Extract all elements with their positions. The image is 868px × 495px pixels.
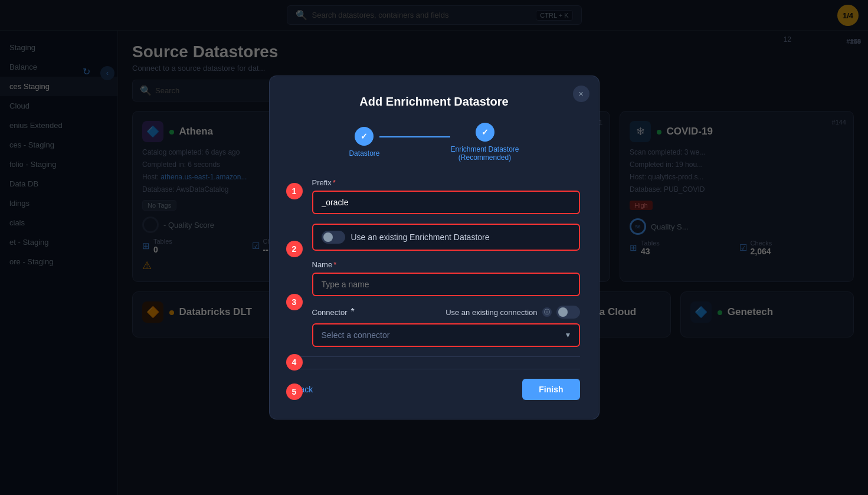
- toggle-label: Use an existing Enrichment Datastore: [351, 232, 490, 242]
- step-line: [379, 136, 450, 137]
- prefix-input[interactable]: [312, 191, 580, 214]
- toggle-knob: [323, 232, 333, 242]
- step-datastore: ✓ Datastore: [349, 127, 379, 158]
- use-existing-connection-toggle[interactable]: [556, 306, 580, 319]
- toggle-knob-small: [558, 307, 568, 317]
- name-form-group: Name*: [312, 260, 580, 296]
- use-existing-group: Use an existing connection ⓘ: [446, 306, 579, 319]
- finish-button[interactable]: Finish: [522, 379, 579, 400]
- stepper: ✓ Datastore ✓ Enrichment Datastore (Reco…: [289, 123, 580, 162]
- step-circle-1: ✓: [355, 127, 374, 146]
- use-existing-enrichment-toggle[interactable]: [322, 231, 345, 244]
- step-badge-2: 2: [286, 241, 303, 257]
- step-enrichment: ✓ Enrichment Datastore (Recommended): [450, 123, 519, 162]
- modal-divider: [289, 356, 580, 357]
- modal-title: Add Enrichment Datastore: [289, 95, 580, 109]
- use-existing-label: Use an existing connection: [446, 308, 537, 317]
- connector-select[interactable]: Select a connector: [313, 324, 579, 346]
- connector-select-wrapper[interactable]: Select a connector ▼: [312, 323, 580, 347]
- connector-label-row: Connector * Use an existing connection ⓘ: [312, 306, 580, 319]
- step-label-1: Datastore: [349, 149, 379, 158]
- add-enrichment-datastore-modal: × Add Enrichment Datastore ✓ Datastore ✓…: [269, 76, 600, 419]
- connector-label: Connector: [312, 308, 348, 317]
- modal-close-button[interactable]: ×: [573, 86, 589, 102]
- step-badge-4: 4: [286, 354, 303, 371]
- info-icon: ⓘ: [542, 307, 552, 317]
- modal-overlay: × Add Enrichment Datastore ✓ Datastore ✓…: [0, 0, 868, 495]
- step-badge-5: 5: [286, 383, 303, 400]
- step-badge-1: 1: [286, 183, 303, 199]
- modal-footer: ‹ Back Finish: [289, 369, 580, 400]
- prefix-label: Prefix*: [312, 178, 580, 187]
- step-circle-2: ✓: [476, 123, 494, 142]
- prefix-form-group: Prefix*: [312, 178, 580, 214]
- connector-label-group: Connector *: [312, 307, 355, 317]
- name-input[interactable]: [312, 273, 580, 296]
- connector-required: *: [351, 307, 354, 317]
- form-container: 1 Prefix* 2 Use an existing Enrichment D…: [289, 178, 580, 347]
- use-existing-enrichment-toggle-row[interactable]: Use an existing Enrichment Datastore: [312, 224, 580, 251]
- close-icon: ×: [578, 89, 583, 99]
- name-label: Name*: [312, 260, 580, 269]
- step-badge-3: 3: [286, 294, 303, 310]
- step-label-2: Enrichment Datastore (Recommended): [450, 145, 519, 162]
